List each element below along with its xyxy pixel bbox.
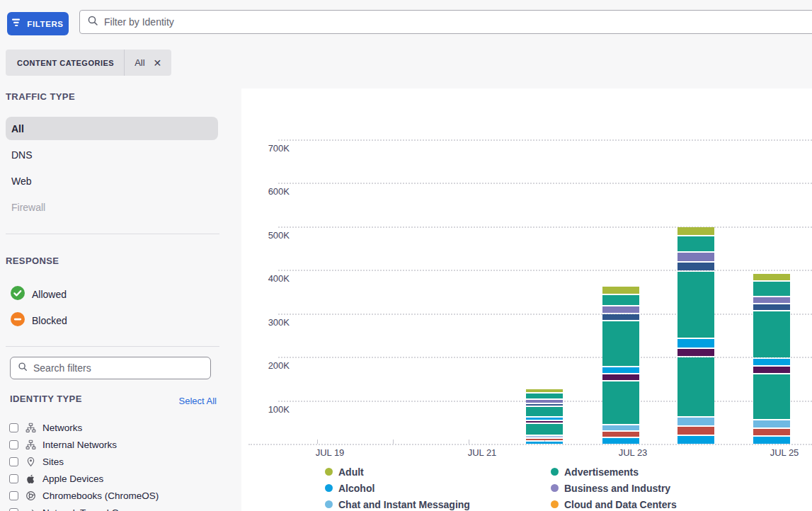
bar-segment-teal[interactable] [602, 295, 639, 305]
traffic-type-all[interactable]: All [6, 117, 218, 140]
filters-button-label: FILTERS [27, 20, 63, 28]
identity-type-heading: IDENTITY TYPE [10, 394, 82, 404]
bar-segment-maroon[interactable] [677, 349, 714, 356]
y-axis-label: 700K [241, 143, 290, 154]
response-blocked[interactable]: Blocked [10, 311, 67, 330]
bar-segment-blue[interactable] [602, 367, 639, 373]
bar-segment-blue[interactable] [526, 418, 563, 420]
filter-funnel-icon [12, 18, 22, 29]
bar-segment-red[interactable] [526, 439, 563, 440]
bar-segment-teal[interactable] [526, 394, 563, 398]
response-allowed[interactable]: Allowed [10, 285, 67, 304]
checkbox[interactable] [9, 508, 18, 511]
bar-segment-teal[interactable] [677, 236, 714, 251]
bar-segment-olive[interactable] [602, 287, 639, 294]
activity-volume-chart: 700K600K500K400K300K200K100KJUL 19JUL 21… [241, 88, 812, 511]
legend-label: Cloud and Data Centers [564, 499, 677, 510]
stacked-bar-jul-25[interactable] [753, 274, 790, 444]
bar-segment-maroon[interactable] [526, 421, 563, 423]
bar-segment-navy[interactable] [677, 263, 714, 270]
content-categories-chip[interactable]: CONTENT CATEGORIES All ✕ [6, 50, 171, 76]
legend-item-chat-and-instant-messaging[interactable]: Chat and Instant Messaging [325, 498, 551, 510]
bar-segment-maroon[interactable] [753, 367, 790, 373]
traffic-type-firewall[interactable]: Firewall [6, 195, 218, 219]
x-axis-line [248, 444, 812, 445]
bar-segment-sky[interactable] [677, 418, 714, 425]
y-axis-label: 400K [241, 273, 290, 284]
identity-type-row[interactable]: Chromebooks (ChromeOS) [9, 488, 236, 503]
bar-segment-navy[interactable] [526, 404, 563, 406]
response-label: Allowed [32, 289, 67, 300]
bar-segment-blue[interactable] [753, 359, 790, 365]
legend-color-dot [325, 468, 333, 476]
legend-item-adult[interactable]: Adult [325, 466, 551, 478]
stacked-bar-jul-23[interactable] [602, 287, 639, 444]
filter-search-input[interactable] [33, 362, 203, 374]
chip-close-icon[interactable]: ✕ [154, 58, 162, 68]
bar-segment-blue[interactable] [677, 339, 714, 348]
bar-segment-sky[interactable] [753, 420, 790, 427]
identity-type-row[interactable]: Apple Devices [9, 471, 236, 486]
traffic-type-web[interactable]: Web [6, 169, 218, 193]
bar-segment-sky[interactable] [602, 425, 639, 430]
y-axis-label: 600K [241, 186, 290, 197]
chip-category-label: CONTENT CATEGORIES [17, 59, 114, 67]
traffic-type-dns[interactable]: DNS [6, 143, 218, 166]
bar-segment-olive[interactable] [526, 389, 563, 392]
response-heading: RESPONSE [6, 256, 59, 266]
legend-color-dot [551, 484, 559, 492]
bar-segment-red[interactable] [753, 429, 790, 435]
legend-color-dot [325, 500, 333, 508]
identity-type-row[interactable]: Sites [9, 454, 236, 469]
bar-segment-blue[interactable] [602, 438, 639, 444]
identity-type-row[interactable]: Internal Networks [9, 437, 236, 452]
legend-item-alcohol[interactable]: Alcohol [325, 482, 551, 494]
bar-segment-teal[interactable] [602, 321, 639, 366]
identity-type-label: Sites [42, 457, 64, 467]
bar-segment-navy[interactable] [753, 304, 790, 310]
traffic-type-heading: TRAFFIC TYPE [6, 91, 75, 102]
bar-segment-blue[interactable] [526, 442, 563, 444]
gridline-300K [278, 314, 812, 315]
legend-item-cloud-and-data-centers[interactable]: Cloud and Data Centers [551, 498, 677, 510]
stacked-bar-jul-24[interactable] [677, 227, 714, 444]
legend-item-advertisements[interactable]: Advertisements [551, 466, 677, 478]
bar-segment-red[interactable] [677, 427, 714, 435]
checkbox[interactable] [9, 491, 18, 500]
filters-button[interactable]: FILTERS [7, 12, 69, 35]
chart-legend: AdultAdvertisementsAlcoholBusiness and I… [325, 466, 677, 510]
bar-segment-teal[interactable] [753, 282, 790, 296]
bar-segment-teal[interactable] [753, 311, 790, 357]
checkbox[interactable] [9, 440, 18, 449]
bar-segment-teal[interactable] [526, 407, 563, 416]
checkbox[interactable] [9, 474, 18, 483]
bar-segment-teal[interactable] [677, 357, 714, 416]
bar-segment-teal[interactable] [526, 424, 563, 435]
bar-segment-purple[interactable] [753, 297, 790, 303]
bar-segment-teal[interactable] [753, 374, 790, 419]
checkbox[interactable] [9, 457, 18, 466]
legend-label: Business and Industry [564, 483, 670, 494]
bar-segment-teal[interactable] [602, 381, 639, 424]
bar-segment-olive[interactable] [677, 227, 714, 235]
select-all-link[interactable]: Select All [174, 396, 217, 406]
checkbox[interactable] [9, 423, 18, 432]
identity-search-input[interactable] [104, 16, 812, 28]
bar-segment-teal[interactable] [677, 272, 714, 338]
bar-segment-purple[interactable] [602, 306, 639, 313]
bar-segment-blue[interactable] [677, 436, 714, 444]
bar-segment-maroon[interactable] [602, 374, 639, 380]
identity-type-row[interactable]: Networks [9, 420, 236, 435]
bar-segment-red[interactable] [602, 432, 639, 437]
bar-segment-periwinkle[interactable] [526, 436, 563, 437]
bar-segment-blue[interactable] [753, 437, 790, 444]
bar-segment-olive[interactable] [753, 274, 790, 280]
legend-item-business-and-industry[interactable]: Business and Industry [551, 482, 677, 494]
search-icon [87, 15, 98, 29]
bar-segment-purple[interactable] [677, 253, 714, 261]
bar-segment-navy[interactable] [602, 314, 639, 320]
stacked-bar-jul-22[interactable] [526, 389, 563, 444]
bar-segment-purple[interactable] [526, 400, 563, 403]
response-label: Blocked [32, 315, 67, 326]
identity-type-row[interactable]: Network Tunnel Groups [9, 505, 236, 511]
